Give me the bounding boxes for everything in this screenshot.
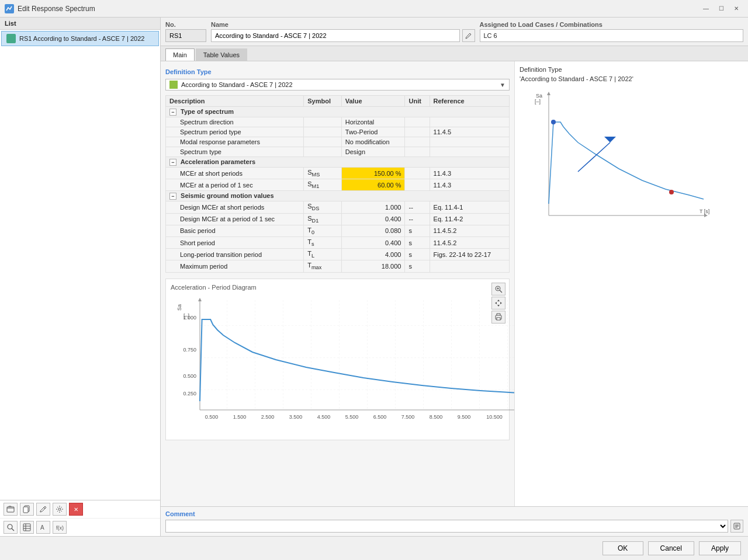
desc-period-type: Spectrum period type <box>166 127 304 137</box>
unit-spectrum-direction <box>405 117 430 127</box>
table-row: Design MCEr at a period of 1 sec SD1 0.4… <box>166 213 510 225</box>
table-row: Long-period transition period TL 4.000 s… <box>166 249 510 260</box>
settings-button[interactable] <box>53 503 67 516</box>
chart-zoom-button[interactable] <box>491 283 505 295</box>
sym-sms: SMS <box>304 168 342 179</box>
col-symbol: Symbol <box>304 96 342 107</box>
main-chart-title: Acceleration - Period Diagram <box>171 284 504 291</box>
copy-button[interactable] <box>20 503 34 516</box>
section-acceleration-params: − Acceleration parameters <box>166 157 510 168</box>
comment-label: Comment <box>165 510 743 517</box>
parameters-table: Description Symbol Value Unit Reference <box>165 95 510 273</box>
name-edit-button[interactable] <box>462 29 475 42</box>
svg-line-60 <box>578 142 610 172</box>
table-row: Short period Ts 0.400 s 11.4.5.2 <box>166 236 510 248</box>
unit-t0: s <box>405 225 430 236</box>
dropdown-color-indicator <box>169 81 178 89</box>
top-fields: No. Name Assigned to Load Cases / Combin… <box>161 18 748 46</box>
close-button[interactable]: ✕ <box>729 3 743 15</box>
rename-button[interactable] <box>36 503 50 516</box>
table-row: Basic period T0 0.080 s 11.4.5.2 <box>166 225 510 236</box>
comment-edit-button[interactable] <box>730 520 743 533</box>
list-item[interactable]: RS1 According to Standard - ASCE 7 | 202… <box>1 31 159 46</box>
unit-tl: s <box>405 249 430 260</box>
comment-row <box>165 520 743 533</box>
no-field-group: No. <box>165 21 206 42</box>
add-folder-button[interactable] <box>4 503 18 516</box>
tab-main[interactable]: Main <box>165 48 195 61</box>
svg-marker-59 <box>604 137 616 142</box>
cancel-button[interactable]: Cancel <box>648 541 694 555</box>
sym-t0: T0 <box>304 225 342 236</box>
list-item-label: RS1 According to Standard - ASCE 7 | 202… <box>19 35 144 42</box>
comment-section: Comment <box>161 506 748 536</box>
unit-spectrum-type <box>405 147 430 157</box>
ok-button[interactable]: OK <box>602 541 643 555</box>
val-spectrum-type: Design <box>341 147 405 157</box>
section-label: Acceleration parameters <box>181 158 255 165</box>
svg-text:T [s]: T [s] <box>699 208 709 214</box>
tab-table-values[interactable]: Table Values <box>196 48 247 61</box>
delete-button[interactable]: ✕ <box>69 503 83 516</box>
bottom-tools: A f(x) <box>0 518 160 536</box>
val-sm1[interactable]: 60.00 % <box>341 179 405 191</box>
apply-button[interactable]: Apply <box>699 541 741 555</box>
unit-sds: -- <box>405 201 430 213</box>
val-sms[interactable]: 150.00 % <box>341 168 405 179</box>
desc-spectrum-type: Spectrum type <box>166 147 304 157</box>
list-header: List <box>0 18 160 30</box>
ref-tmax <box>430 260 509 272</box>
ref-period-type: 11.4.5 <box>430 127 509 137</box>
val-sds: 1.000 <box>341 201 405 213</box>
definition-type-dropdown[interactable]: According to Standard - ASCE 7 | 2022 ▼ <box>165 79 510 91</box>
text-button[interactable]: A <box>36 521 50 534</box>
chart-print-button[interactable] <box>491 311 505 324</box>
val-tl: 4.000 <box>341 249 405 260</box>
window-controls: — ☐ ✕ <box>699 3 743 15</box>
chart-pan-button[interactable] <box>491 297 505 309</box>
desc-tmax: Maximum period <box>166 260 304 272</box>
assigned-label: Assigned to Load Cases / Combinations <box>480 21 744 28</box>
table-row: MCEr at a period of 1 sec SM1 60.00 % 11… <box>166 179 510 191</box>
table-row: Spectrum period type Two-Period 11.4.5 <box>166 127 510 137</box>
desc-sds: Design MCEr at short periods <box>166 201 304 213</box>
search-button[interactable] <box>4 521 18 534</box>
no-input[interactable] <box>165 29 206 42</box>
svg-text:Sa: Sa <box>176 304 182 310</box>
collapse-icon[interactable]: − <box>169 109 176 116</box>
collapse-icon[interactable]: − <box>169 193 176 200</box>
svg-text:6.500: 6.500 <box>373 414 387 420</box>
unit-ts: s <box>405 236 430 248</box>
formula-button[interactable]: f(x) <box>53 521 67 534</box>
svg-text:2.500: 2.500 <box>261 414 275 420</box>
svg-text:[–]: [–] <box>183 313 189 319</box>
svg-text:8.500: 8.500 <box>430 414 443 420</box>
definition-type-title: Definition Type <box>165 68 510 75</box>
comment-input[interactable] <box>165 520 728 533</box>
preview-def-type-label: Definition Type <box>520 66 743 73</box>
table-row: Spectrum type Design <box>166 147 510 157</box>
svg-text:A: A <box>40 524 44 531</box>
title-bar: Edit Response Spectrum — ☐ ✕ <box>0 0 748 18</box>
svg-point-4 <box>58 508 61 510</box>
maximize-button[interactable]: ☐ <box>714 3 728 15</box>
sym-spectrum-direction <box>304 117 342 127</box>
svg-rect-23 <box>200 299 514 410</box>
val-spectrum-direction: Horizontal <box>341 117 405 127</box>
val-ts: 0.400 <box>341 236 405 248</box>
assigned-field-group: Assigned to Load Cases / Combinations LC… <box>480 21 744 42</box>
collapse-icon[interactable]: − <box>169 159 176 166</box>
svg-text:0.750: 0.750 <box>183 347 196 353</box>
ref-spectrum-type <box>430 147 509 157</box>
svg-rect-0 <box>7 507 14 512</box>
table-row: Modal response parameters No modificatio… <box>166 137 510 147</box>
table-button[interactable] <box>20 521 34 534</box>
name-input[interactable] <box>211 29 460 42</box>
right-preview: Definition Type 'According to Standard -… <box>514 61 748 506</box>
svg-point-58 <box>669 190 674 194</box>
svg-rect-7 <box>23 524 30 531</box>
desc-modal-response: Modal response parameters <box>166 137 304 147</box>
svg-text:0.250: 0.250 <box>183 391 196 396</box>
minimize-button[interactable]: — <box>699 3 713 15</box>
right-panel: No. Name Assigned to Load Cases / Combin… <box>161 18 748 536</box>
